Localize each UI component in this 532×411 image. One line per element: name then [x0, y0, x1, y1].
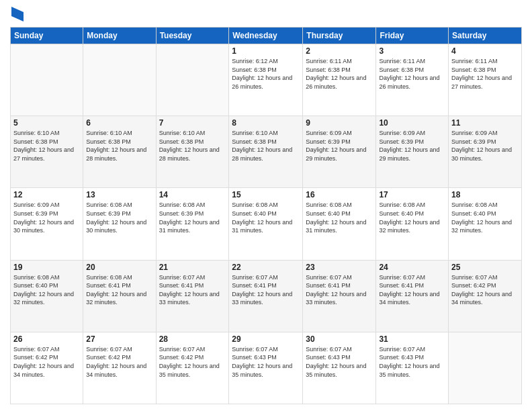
day-info: Sunrise: 6:08 AMSunset: 6:41 PMDaylight:… — [86, 273, 152, 307]
day-info: Sunrise: 6:08 AMSunset: 6:40 PMDaylight:… — [379, 201, 445, 234]
weekday-header-thursday: Thursday — [303, 28, 376, 44]
day-info: Sunrise: 6:10 AMSunset: 6:38 PMDaylight:… — [232, 129, 300, 163]
weekday-header-tuesday: Tuesday — [156, 28, 229, 44]
day-number: 13 — [86, 190, 152, 199]
calendar-cell: 12Sunrise: 6:09 AMSunset: 6:39 PMDayligh… — [11, 188, 83, 260]
calendar-cell: 1Sunrise: 6:12 AMSunset: 6:38 PMDaylight… — [229, 44, 303, 116]
day-info: Sunrise: 6:08 AMSunset: 6:39 PMDaylight:… — [159, 201, 226, 234]
calendar-cell — [83, 44, 156, 116]
day-info: Sunrise: 6:07 AMSunset: 6:41 PMDaylight:… — [306, 273, 373, 307]
calendar-cell: 21Sunrise: 6:07 AMSunset: 6:41 PMDayligh… — [156, 260, 229, 332]
day-info: Sunrise: 6:08 AMSunset: 6:39 PMDaylight:… — [86, 201, 152, 234]
day-info: Sunrise: 6:07 AMSunset: 6:42 PMDaylight:… — [86, 345, 152, 379]
day-number: 21 — [159, 263, 226, 272]
calendar-cell: 26Sunrise: 6:07 AMSunset: 6:42 PMDayligh… — [11, 332, 83, 404]
day-number: 12 — [13, 190, 80, 199]
calendar-cell: 18Sunrise: 6:08 AMSunset: 6:40 PMDayligh… — [449, 188, 522, 260]
day-info: Sunrise: 6:07 AMSunset: 6:42 PMDaylight:… — [13, 345, 80, 379]
day-number: 15 — [232, 190, 300, 199]
calendar-cell: 19Sunrise: 6:08 AMSunset: 6:40 PMDayligh… — [11, 260, 83, 332]
day-info: Sunrise: 6:09 AMSunset: 6:39 PMDaylight:… — [451, 129, 519, 163]
day-number: 25 — [451, 263, 519, 272]
logo-text — [10, 7, 24, 21]
day-info: Sunrise: 6:10 AMSunset: 6:38 PMDaylight:… — [13, 129, 80, 163]
calendar-cell: 25Sunrise: 6:07 AMSunset: 6:42 PMDayligh… — [449, 260, 522, 332]
day-number: 26 — [13, 334, 80, 344]
day-number: 4 — [451, 46, 519, 56]
day-info: Sunrise: 6:11 AMSunset: 6:38 PMDaylight:… — [306, 57, 373, 91]
calendar-cell: 30Sunrise: 6:07 AMSunset: 6:43 PMDayligh… — [303, 332, 376, 404]
calendar-cell: 9Sunrise: 6:09 AMSunset: 6:39 PMDaylight… — [303, 116, 376, 188]
calendar-cell: 10Sunrise: 6:09 AMSunset: 6:39 PMDayligh… — [376, 116, 449, 188]
calendar-week-3: 12Sunrise: 6:09 AMSunset: 6:39 PMDayligh… — [11, 188, 522, 260]
calendar-cell: 2Sunrise: 6:11 AMSunset: 6:38 PMDaylight… — [303, 44, 376, 116]
calendar-week-1: 1Sunrise: 6:12 AMSunset: 6:38 PMDaylight… — [11, 44, 522, 116]
calendar-cell: 22Sunrise: 6:07 AMSunset: 6:41 PMDayligh… — [229, 260, 303, 332]
day-info: Sunrise: 6:11 AMSunset: 6:38 PMDaylight:… — [451, 57, 519, 91]
calendar-cell: 28Sunrise: 6:07 AMSunset: 6:42 PMDayligh… — [156, 332, 229, 404]
day-number: 19 — [13, 263, 80, 272]
day-info: Sunrise: 6:07 AMSunset: 6:42 PMDaylight:… — [451, 273, 519, 307]
calendar-cell: 29Sunrise: 6:07 AMSunset: 6:43 PMDayligh… — [229, 332, 303, 404]
calendar-cell — [156, 44, 229, 116]
day-info: Sunrise: 6:11 AMSunset: 6:38 PMDaylight:… — [379, 57, 445, 91]
day-info: Sunrise: 6:10 AMSunset: 6:38 PMDaylight:… — [159, 129, 226, 163]
day-info: Sunrise: 6:07 AMSunset: 6:41 PMDaylight:… — [159, 273, 226, 307]
calendar-cell: 20Sunrise: 6:08 AMSunset: 6:41 PMDayligh… — [83, 260, 156, 332]
day-info: Sunrise: 6:08 AMSunset: 6:40 PMDaylight:… — [13, 273, 80, 307]
day-number: 5 — [13, 118, 80, 128]
day-number: 7 — [159, 118, 226, 128]
weekday-header-wednesday: Wednesday — [229, 28, 303, 44]
day-info: Sunrise: 6:08 AMSunset: 6:40 PMDaylight:… — [451, 201, 519, 234]
day-number: 29 — [232, 334, 300, 344]
calendar-cell: 23Sunrise: 6:07 AMSunset: 6:41 PMDayligh… — [303, 260, 376, 332]
calendar-cell: 27Sunrise: 6:07 AMSunset: 6:42 PMDayligh… — [83, 332, 156, 404]
day-number: 22 — [232, 263, 300, 272]
day-number: 24 — [379, 263, 445, 272]
day-number: 8 — [232, 118, 300, 128]
calendar-table: SundayMondayTuesdayWednesdayThursdayFrid… — [10, 27, 522, 404]
day-info: Sunrise: 6:09 AMSunset: 6:39 PMDaylight:… — [379, 129, 445, 163]
day-info: Sunrise: 6:08 AMSunset: 6:40 PMDaylight:… — [306, 201, 373, 234]
day-number: 18 — [451, 190, 519, 199]
day-number: 9 — [306, 118, 373, 128]
calendar-cell: 13Sunrise: 6:08 AMSunset: 6:39 PMDayligh… — [83, 188, 156, 260]
calendar-cell: 16Sunrise: 6:08 AMSunset: 6:40 PMDayligh… — [303, 188, 376, 260]
day-info: Sunrise: 6:09 AMSunset: 6:39 PMDaylight:… — [13, 201, 80, 234]
day-info: Sunrise: 6:07 AMSunset: 6:42 PMDaylight:… — [159, 345, 226, 379]
day-info: Sunrise: 6:12 AMSunset: 6:38 PMDaylight:… — [232, 57, 300, 91]
calendar-cell: 8Sunrise: 6:10 AMSunset: 6:38 PMDaylight… — [229, 116, 303, 188]
calendar-cell: 24Sunrise: 6:07 AMSunset: 6:41 PMDayligh… — [376, 260, 449, 332]
day-number: 11 — [451, 118, 519, 128]
day-number: 30 — [306, 334, 373, 344]
weekday-header-saturday: Saturday — [449, 28, 522, 44]
day-number: 23 — [306, 263, 373, 272]
weekday-header-sunday: Sunday — [11, 28, 83, 44]
day-info: Sunrise: 6:08 AMSunset: 6:40 PMDaylight:… — [232, 201, 300, 234]
day-number: 10 — [379, 118, 445, 128]
day-info: Sunrise: 6:07 AMSunset: 6:41 PMDaylight:… — [232, 273, 300, 307]
calendar-cell — [11, 44, 83, 116]
day-number: 1 — [232, 46, 300, 56]
day-info: Sunrise: 6:07 AMSunset: 6:43 PMDaylight:… — [232, 345, 300, 379]
calendar-cell: 31Sunrise: 6:07 AMSunset: 6:43 PMDayligh… — [376, 332, 449, 404]
day-number: 27 — [86, 334, 152, 344]
calendar-cell: 3Sunrise: 6:11 AMSunset: 6:38 PMDaylight… — [376, 44, 449, 116]
day-info: Sunrise: 6:07 AMSunset: 6:41 PMDaylight:… — [379, 273, 445, 307]
calendar-week-5: 26Sunrise: 6:07 AMSunset: 6:42 PMDayligh… — [11, 332, 522, 404]
calendar-cell: 17Sunrise: 6:08 AMSunset: 6:40 PMDayligh… — [376, 188, 449, 260]
day-number: 2 — [306, 46, 373, 56]
day-number: 16 — [306, 190, 373, 199]
calendar-cell: 11Sunrise: 6:09 AMSunset: 6:39 PMDayligh… — [449, 116, 522, 188]
logo-icon — [11, 7, 24, 21]
day-info: Sunrise: 6:07 AMSunset: 6:43 PMDaylight:… — [379, 345, 445, 379]
calendar-cell: 5Sunrise: 6:10 AMSunset: 6:38 PMDaylight… — [11, 116, 83, 188]
calendar-week-4: 19Sunrise: 6:08 AMSunset: 6:40 PMDayligh… — [11, 260, 522, 332]
calendar-week-2: 5Sunrise: 6:10 AMSunset: 6:38 PMDaylight… — [11, 116, 522, 188]
day-info: Sunrise: 6:07 AMSunset: 6:43 PMDaylight:… — [306, 345, 373, 379]
calendar-cell: 4Sunrise: 6:11 AMSunset: 6:38 PMDaylight… — [449, 44, 522, 116]
calendar-cell: 7Sunrise: 6:10 AMSunset: 6:38 PMDaylight… — [156, 116, 229, 188]
day-number: 3 — [379, 46, 445, 56]
day-info: Sunrise: 6:10 AMSunset: 6:38 PMDaylight:… — [86, 129, 152, 163]
day-number: 28 — [159, 334, 226, 344]
